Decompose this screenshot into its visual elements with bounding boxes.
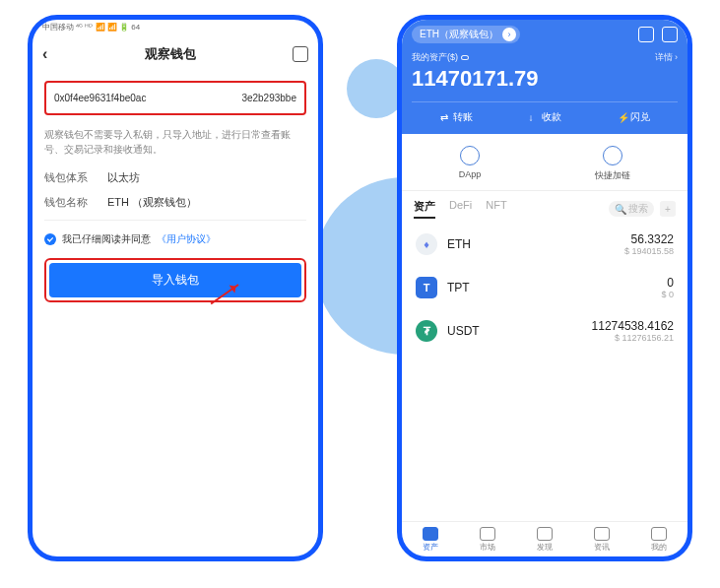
chain-label: 钱包体系: [44, 170, 96, 185]
import-button-highlight: 导入钱包: [44, 258, 306, 302]
nav-market[interactable]: 市场: [480, 527, 495, 553]
asset-tabs-row: 资产 DeFi NFT 🔍 搜索 +: [402, 191, 687, 223]
description-text: 观察钱包不需要导入私钥，只导入地址，进行日常查看账号、交易记录和接收通知。: [44, 127, 306, 157]
nav-discover[interactable]: 发现: [537, 527, 553, 553]
chevron-right-icon: ›: [502, 28, 516, 41]
shortcut-row: DApp 快捷加链: [402, 134, 687, 191]
tab-assets[interactable]: 资产: [414, 199, 435, 219]
swap-button[interactable]: ⚡ 闪兑: [618, 110, 650, 124]
status-bar: 中国移动 ⁴ᴳ ᴴᴰ 📶 📶 🔋 64: [33, 20, 318, 37]
scan-icon[interactable]: [293, 46, 308, 62]
compass-icon: [460, 146, 480, 165]
usdt-icon: ₮: [416, 320, 437, 342]
compass-icon: [537, 527, 553, 541]
balance-label: 我的资产($): [412, 51, 458, 64]
flash-icon: ⚡: [618, 112, 627, 122]
wallet-selector-label: ETH（观察钱包）: [420, 28, 498, 41]
swap-arrows-icon: ⇄: [440, 112, 450, 122]
user-icon: [651, 527, 667, 541]
dapp-shortcut[interactable]: DApp: [459, 146, 482, 182]
nav-bar: ‹ 观察钱包: [33, 37, 318, 71]
tab-nft[interactable]: NFT: [486, 199, 506, 219]
nav-me[interactable]: 我的: [651, 527, 667, 553]
wallet-header: ETH（观察钱包） › 我的资产($) 详情 › 11470171.79 ⇄ 转…: [402, 20, 687, 134]
nav-assets[interactable]: 资产: [423, 527, 438, 553]
chart-icon: [480, 527, 495, 541]
back-icon[interactable]: ‹: [42, 45, 47, 63]
address-left: 0x0f4ee9631f4be0ac: [54, 93, 146, 103]
checkbox-checked-icon[interactable]: [44, 233, 56, 245]
balance-card: 我的资产($) 详情 › 11470171.79 ⇄ 转账 ↓ 收款 ⚡ 闪兑: [412, 51, 678, 124]
menu-icon[interactable]: [662, 27, 678, 42]
wallet-name-value: ETH （观察钱包）: [107, 195, 197, 210]
agree-text: 我已仔细阅读并同意: [62, 232, 151, 246]
eth-icon: ♦: [416, 233, 437, 255]
import-wallet-button[interactable]: 导入钱包: [49, 263, 301, 297]
wallet-selector[interactable]: ETH（观察钱包） ›: [412, 26, 520, 43]
chain-value: 以太坊: [107, 170, 140, 185]
quick-add-chain-shortcut[interactable]: 快捷加链: [595, 146, 630, 182]
asset-row-usdt[interactable]: ₮ USDT 11274538.4162 $ 11276156.21: [402, 309, 687, 353]
agreement-row[interactable]: 我已仔细阅读并同意 《用户协议》: [44, 220, 306, 246]
asset-row-tpt[interactable]: T TPT 0 $ 0: [402, 266, 687, 309]
scan-icon[interactable]: [638, 27, 654, 42]
detail-link[interactable]: 详情 ›: [655, 51, 679, 64]
wallet-icon: [423, 527, 438, 541]
wallet-name-label: 钱包名称: [44, 195, 96, 210]
address-right: 3e2b293bbe: [241, 93, 296, 103]
receive-button[interactable]: ↓ 收款: [529, 110, 561, 124]
phone-wallet-home: ETH（观察钱包） › 我的资产($) 详情 › 11470171.79 ⇄ 转…: [397, 15, 692, 561]
search-input[interactable]: 🔍 搜索: [609, 201, 654, 217]
asset-list: ♦ ETH 56.3322 $ 194015.58 T TPT 0 $ 0 ₮ …: [402, 223, 687, 521]
address-input[interactable]: 0x0f4ee9631f4be0ac 3e2b293bbe: [44, 81, 306, 115]
status-text: 中国移动 ⁴ᴳ ᴴᴰ 📶 📶 🔋 64: [42, 22, 140, 35]
diamond-icon: [603, 146, 622, 165]
page-title: 观察钱包: [145, 45, 196, 63]
user-agreement-link[interactable]: 《用户协议》: [157, 232, 216, 246]
bottom-nav: 资产 市场 发现 资讯 我的: [402, 521, 687, 556]
asset-row-eth[interactable]: ♦ ETH 56.3322 $ 194015.58: [402, 223, 687, 266]
transfer-button[interactable]: ⇄ 转账: [440, 110, 473, 124]
nav-news[interactable]: 资讯: [594, 527, 610, 553]
eye-icon[interactable]: [461, 55, 469, 60]
tab-defi[interactable]: DeFi: [449, 199, 472, 219]
download-icon: ↓: [529, 112, 539, 122]
add-token-button[interactable]: +: [660, 201, 676, 217]
phone-import-wallet: 中国移动 ⁴ᴳ ᴴᴰ 📶 📶 🔋 64 ‹ 观察钱包 0x0f4ee9631f4…: [28, 15, 323, 561]
news-icon: [594, 527, 610, 541]
search-icon: 🔍: [615, 204, 626, 215]
balance-amount: 11470171.79: [412, 66, 678, 92]
tpt-icon: T: [416, 277, 437, 298]
